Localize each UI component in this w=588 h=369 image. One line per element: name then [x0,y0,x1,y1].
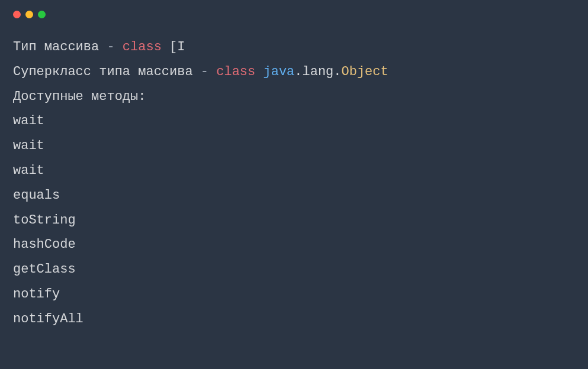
code-line: toString [13,208,575,233]
window-controls [0,0,588,18]
text-token: wait [13,138,44,153]
code-line: hashCode [13,232,575,257]
code-line: equals [13,183,575,208]
text-token [208,64,216,79]
text-token: wait [13,163,44,178]
text-token [255,64,263,79]
text-token: toString [13,213,76,228]
text-token: Тип массива [13,40,107,54]
text-token: .lang. [294,64,341,79]
minimize-icon[interactable] [25,11,33,18]
text-token: hashCode [13,237,76,252]
code-line: notifyAll [13,307,575,332]
text-token [115,40,123,54]
code-line: wait [13,134,575,158]
code-output: Тип массива - class [IСуперкласс типа ма… [0,18,588,332]
text-token: Суперкласс типа массива [13,64,201,79]
text-token: notifyAll [13,312,83,326]
code-line: wait [13,158,575,183]
text-token: wait [13,114,44,128]
keyword-token: class [123,40,162,54]
close-icon[interactable] [13,11,21,18]
code-line: getClass [13,257,575,282]
maximize-icon[interactable] [38,11,46,18]
text-token: notify [13,287,60,302]
namespace-token: java [263,64,294,79]
code-line: Суперкласс типа массива - class java.lan… [13,60,575,85]
classname-token: Object [342,64,388,79]
text-token: Доступные методы: [13,89,146,104]
code-line: notify [13,282,575,307]
code-line: Тип массива - class [I [13,35,575,60]
operator-token: - [107,40,114,54]
code-line: Доступные методы: [13,85,575,109]
text-token: getClass [13,262,76,277]
operator-token: - [201,64,208,79]
text-token: [I [162,40,185,54]
code-line: wait [13,109,575,134]
text-token: equals [13,188,60,203]
keyword-token: class [216,64,255,79]
